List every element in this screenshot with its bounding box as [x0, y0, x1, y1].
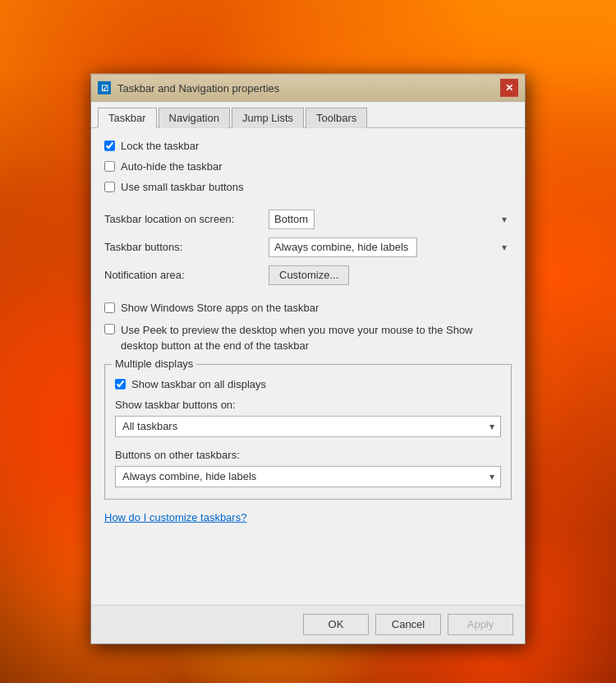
small-buttons-label: Use small taskbar buttons [121, 180, 244, 192]
taskbar-buttons-select-wrapper: Always combine, hide labels Combine when… [269, 237, 512, 256]
dialog-wrapper: ☑ Taskbar and Navigation properties ✕ Ta… [90, 73, 526, 644]
help-link[interactable]: How do I customize taskbars? [104, 510, 246, 523]
tab-jumplists[interactable]: Jump Lists [232, 107, 304, 127]
taskbar-buttons-row: Taskbar buttons: Always combine, hide la… [104, 237, 512, 256]
show-all-checkbox[interactable] [115, 378, 126, 389]
buttons-other-select-wrapper: Always combine, hide labels Combine when… [115, 465, 501, 487]
buttons-other-label: Buttons on other taskbars: [115, 448, 240, 460]
tabs-row: Taskbar Navigation Jump Lists Toolbars [91, 101, 525, 127]
auto-hide-row: Auto-hide the taskbar [104, 159, 512, 172]
customize-button[interactable]: Customize... [269, 265, 349, 284]
apply-button[interactable]: Apply [448, 613, 513, 635]
store-apps-row: Show Windows Store apps on the taskbar [104, 301, 512, 313]
title-bar: ☑ Taskbar and Navigation properties ✕ [91, 75, 525, 101]
taskbar-location-select[interactable]: Bottom Top Left Right [269, 209, 315, 228]
dialog: ☑ Taskbar and Navigation properties ✕ Ta… [90, 73, 526, 644]
store-apps-label: Show Windows Store apps on the taskbar [121, 301, 319, 313]
tab-taskbar[interactable]: Taskbar [98, 107, 157, 127]
store-apps-checkbox[interactable] [104, 302, 115, 312]
tab-navigation[interactable]: Navigation [159, 107, 230, 127]
dialog-title: Taskbar and Navigation properties [117, 81, 500, 94]
notification-area-row: Notification area: Customize... [104, 265, 512, 284]
show-on-label-row: Show taskbar buttons on: [115, 398, 501, 410]
lock-taskbar-label: Lock the taskbar [121, 139, 199, 151]
lock-taskbar-row: Lock the taskbar [104, 139, 512, 151]
show-all-row: Show taskbar on all displays [115, 377, 501, 390]
lock-taskbar-checkbox[interactable] [104, 140, 115, 150]
tab-toolbars[interactable]: Toolbars [306, 107, 367, 127]
dialog-footer: OK Cancel Apply [91, 604, 525, 643]
small-buttons-checkbox[interactable] [104, 181, 115, 192]
ok-button[interactable]: OK [303, 613, 369, 635]
show-on-select-wrapper: All taskbars Main taskbar and taskbar wh… [115, 415, 501, 436]
auto-hide-label: Auto-hide the taskbar [121, 159, 223, 172]
show-all-label: Show taskbar on all displays [131, 377, 266, 390]
peek-label: Use Peek to preview the desktop when you… [121, 321, 512, 353]
auto-hide-checkbox[interactable] [104, 160, 115, 171]
show-on-select[interactable]: All taskbars Main taskbar and taskbar wh… [115, 415, 501, 436]
buttons-other-label-row: Buttons on other taskbars: [115, 448, 501, 460]
taskbar-location-label: Taskbar location on screen: [104, 213, 269, 225]
tab-content: Lock the taskbar Auto-hide the taskbar U… [91, 127, 525, 604]
cancel-button[interactable]: Cancel [375, 613, 441, 635]
small-buttons-row: Use small taskbar buttons [104, 180, 512, 192]
peek-row: Use Peek to preview the desktop when you… [104, 321, 512, 353]
taskbar-buttons-label: Taskbar buttons: [104, 241, 269, 253]
group-label: Multiple displays [112, 357, 196, 369]
dialog-icon: ☑ [98, 81, 111, 95]
buttons-other-select[interactable]: Always combine, hide labels Combine when… [115, 465, 501, 487]
taskbar-location-select-wrapper: Bottom Top Left Right [269, 209, 512, 228]
taskbar-location-row: Taskbar location on screen: Bottom Top L… [104, 209, 512, 228]
group-content: Show taskbar on all displays Show taskba… [115, 374, 501, 487]
taskbar-buttons-select[interactable]: Always combine, hide labels Combine when… [269, 237, 417, 256]
multiple-displays-group: Multiple displays Show taskbar on all di… [104, 363, 512, 499]
close-button[interactable]: ✕ [500, 79, 518, 97]
peek-checkbox[interactable] [104, 323, 115, 334]
notification-area-label: Notification area: [104, 269, 269, 281]
show-on-label: Show taskbar buttons on: [115, 398, 236, 410]
